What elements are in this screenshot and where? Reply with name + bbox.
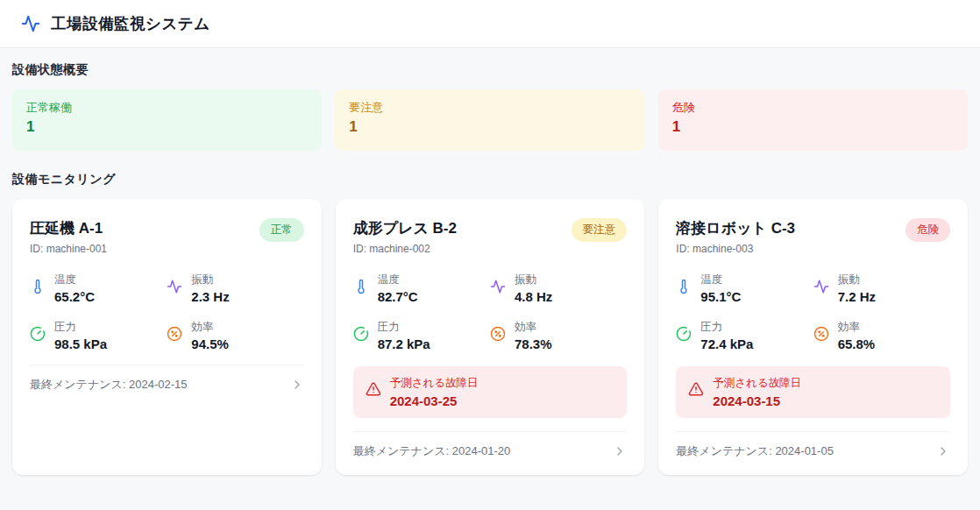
machine-card-a1[interactable]: 圧延機 A-1 ID: machine-001 正常 温度 65.2°C bbox=[12, 199, 322, 475]
failure-date: 2024-03-25 bbox=[390, 393, 479, 408]
metric-label: 振動 bbox=[191, 273, 229, 287]
metric-label: 温度 bbox=[700, 273, 741, 287]
failure-prediction-box: 予測される故障日 2024-03-15 bbox=[676, 366, 950, 418]
summary-value: 1 bbox=[26, 118, 308, 136]
machine-name: 溶接ロボット C-3 bbox=[676, 218, 795, 238]
metric-value: 94.5% bbox=[191, 336, 229, 351]
percent-circle-icon bbox=[167, 326, 182, 342]
maintenance-row[interactable]: 最終メンテナンス: 2024-01-20 bbox=[353, 431, 628, 459]
metric-value: 98.5 kPa bbox=[54, 336, 107, 351]
metric-value: 4.8 Hz bbox=[515, 289, 552, 304]
monitoring-section-title: 設備モニタリング bbox=[12, 172, 968, 188]
metric-temperature: 温度 95.1°C bbox=[676, 273, 813, 304]
chevron-right-icon bbox=[936, 444, 950, 458]
activity-icon bbox=[490, 279, 506, 294]
machine-card-b2[interactable]: 成形プレス B-2 ID: machine-002 要注意 温度 82.7°C bbox=[336, 199, 645, 475]
maintenance-row[interactable]: 最終メンテナンス: 2024-01-05 bbox=[676, 431, 950, 459]
failure-date: 2024-03-15 bbox=[713, 393, 801, 408]
main-content: 設備状態概要 正常稼働 1 要注意 1 危険 1 設備モニタリング 圧延機 A-… bbox=[0, 48, 980, 475]
metric-label: 温度 bbox=[54, 273, 95, 287]
metric-efficiency: 効率 94.5% bbox=[167, 320, 303, 351]
metric-value: 7.2 Hz bbox=[838, 289, 876, 304]
metric-temperature: 温度 82.7°C bbox=[353, 273, 490, 304]
machine-card-header: 溶接ロボット C-3 ID: machine-003 危険 bbox=[676, 218, 950, 255]
metric-label: 効率 bbox=[191, 320, 229, 335]
metric-value: 87.2 kPa bbox=[378, 336, 430, 351]
summary-label: 正常稼働 bbox=[26, 100, 308, 116]
metric-vibration: 振動 7.2 Hz bbox=[813, 273, 950, 304]
metric-vibration: 振動 4.8 Hz bbox=[490, 273, 627, 304]
failure-label: 予測される故障日 bbox=[390, 376, 479, 391]
machine-name: 成形プレス B-2 bbox=[353, 218, 457, 238]
metric-label: 圧力 bbox=[54, 320, 107, 335]
metric-label: 振動 bbox=[838, 273, 876, 287]
failure-label: 予測される故障日 bbox=[713, 376, 801, 391]
machine-card-header: 成形プレス B-2 ID: machine-002 要注意 bbox=[353, 218, 628, 255]
activity-logo-icon bbox=[21, 14, 40, 33]
chevron-right-icon bbox=[290, 378, 304, 392]
activity-icon bbox=[167, 279, 182, 294]
metric-value: 82.7°C bbox=[378, 289, 418, 304]
metric-efficiency: 効率 65.8% bbox=[813, 320, 950, 351]
metric-pressure: 圧力 72.4 kPa bbox=[676, 320, 813, 351]
summary-value: 1 bbox=[672, 118, 954, 136]
chevron-right-icon bbox=[613, 444, 627, 458]
metrics-grid: 温度 95.1°C 振動 7.2 Hz bbox=[676, 273, 950, 351]
failure-prediction-box: 予測される故障日 2024-03-25 bbox=[353, 366, 628, 418]
thermometer-icon bbox=[676, 279, 692, 294]
metric-value: 72.4 kPa bbox=[700, 336, 753, 351]
metric-value: 65.2°C bbox=[54, 289, 95, 304]
summary-card-danger: 危険 1 bbox=[658, 89, 968, 151]
maintenance-row[interactable]: 最終メンテナンス: 2024-02-15 bbox=[30, 365, 304, 393]
machine-id: ID: machine-001 bbox=[30, 243, 107, 255]
metric-value: 2.3 Hz bbox=[191, 289, 229, 304]
metric-label: 効率 bbox=[838, 320, 876, 335]
gauge-icon bbox=[30, 326, 46, 342]
app-header: 工場設備監視システム bbox=[0, 0, 980, 48]
status-summary-grid: 正常稼働 1 要注意 1 危険 1 bbox=[12, 89, 968, 151]
metric-label: 振動 bbox=[515, 273, 552, 287]
thermometer-icon bbox=[353, 279, 369, 294]
metric-label: 圧力 bbox=[378, 320, 430, 335]
summary-label: 危険 bbox=[672, 100, 954, 116]
summary-label: 要注意 bbox=[349, 100, 630, 116]
percent-circle-icon bbox=[813, 326, 829, 342]
machine-id: ID: machine-003 bbox=[676, 243, 795, 255]
gauge-icon bbox=[353, 326, 369, 342]
machine-id: ID: machine-002 bbox=[353, 243, 457, 255]
metrics-grid: 温度 82.7°C 振動 4.8 Hz bbox=[353, 273, 628, 351]
machine-cards-grid: 圧延機 A-1 ID: machine-001 正常 温度 65.2°C bbox=[12, 199, 968, 475]
metric-value: 78.3% bbox=[515, 336, 552, 351]
machine-name: 圧延機 A-1 bbox=[30, 218, 107, 238]
metric-value: 95.1°C bbox=[700, 289, 741, 304]
maintenance-text: 最終メンテナンス: 2024-02-15 bbox=[30, 377, 188, 393]
percent-circle-icon bbox=[490, 326, 506, 342]
status-badge: 正常 bbox=[259, 218, 304, 242]
metric-vibration: 振動 2.3 Hz bbox=[167, 273, 303, 304]
app-title: 工場設備監視システム bbox=[51, 13, 210, 34]
thermometer-icon bbox=[30, 279, 46, 294]
gauge-icon bbox=[676, 326, 692, 342]
alert-triangle-icon bbox=[366, 381, 381, 400]
metric-label: 効率 bbox=[515, 320, 552, 335]
maintenance-text: 最終メンテナンス: 2024-01-20 bbox=[353, 443, 511, 459]
alert-triangle-icon bbox=[688, 381, 704, 400]
summary-card-caution: 要注意 1 bbox=[335, 89, 644, 151]
activity-icon bbox=[813, 279, 829, 294]
machine-card-header: 圧延機 A-1 ID: machine-001 正常 bbox=[30, 218, 304, 255]
metric-pressure: 圧力 87.2 kPa bbox=[353, 320, 490, 351]
metrics-grid: 温度 65.2°C 振動 2.3 Hz bbox=[30, 273, 304, 351]
metric-value: 65.8% bbox=[838, 336, 876, 351]
metric-efficiency: 効率 78.3% bbox=[490, 320, 627, 351]
metric-temperature: 温度 65.2°C bbox=[30, 273, 167, 304]
status-badge: 要注意 bbox=[572, 218, 628, 242]
metric-label: 温度 bbox=[378, 273, 418, 287]
maintenance-text: 最終メンテナンス: 2024-01-05 bbox=[676, 443, 834, 459]
summary-value: 1 bbox=[349, 118, 630, 136]
machine-card-c3[interactable]: 溶接ロボット C-3 ID: machine-003 危険 温度 95.1°C bbox=[658, 199, 968, 475]
overview-section-title: 設備状態概要 bbox=[12, 62, 968, 78]
metric-label: 圧力 bbox=[700, 320, 753, 335]
status-badge: 危険 bbox=[905, 218, 950, 242]
summary-card-normal: 正常稼働 1 bbox=[12, 89, 322, 151]
metric-pressure: 圧力 98.5 kPa bbox=[30, 320, 167, 351]
